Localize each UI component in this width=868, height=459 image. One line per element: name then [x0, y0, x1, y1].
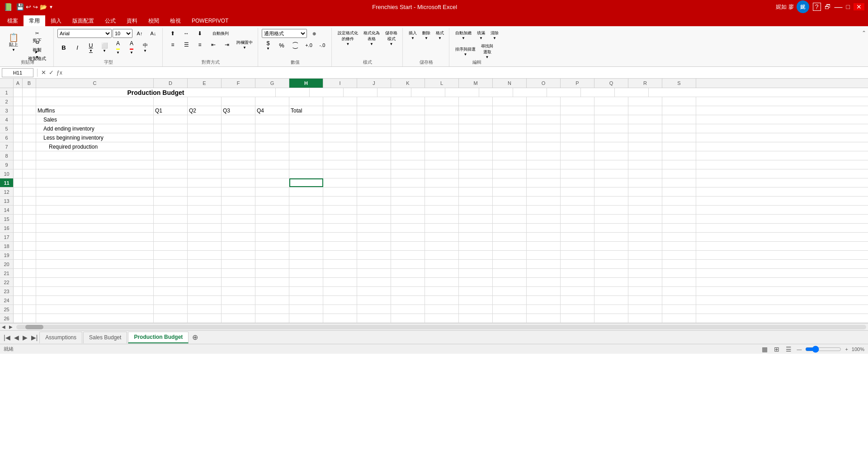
cell-B23[interactable]	[23, 287, 36, 295]
cell-A17[interactable]	[14, 233, 23, 241]
cell-O25[interactable]	[527, 305, 561, 314]
scroll-thumb[interactable]	[25, 325, 43, 329]
cell-P25[interactable]	[561, 305, 594, 314]
cell-B3[interactable]	[23, 106, 36, 115]
cell-A15[interactable]	[14, 215, 23, 223]
cell-G6[interactable]	[255, 133, 289, 142]
cell-G19[interactable]	[255, 251, 289, 259]
cell-L19[interactable]	[425, 251, 459, 259]
bold-button[interactable]: B	[57, 43, 70, 52]
cell-L13[interactable]	[425, 197, 459, 205]
cell-Q4[interactable]	[594, 115, 628, 124]
cell-K25[interactable]	[391, 305, 425, 314]
cell-F23[interactable]	[222, 287, 255, 295]
cell-S23[interactable]	[662, 287, 696, 295]
col-header-G[interactable]: G	[255, 79, 289, 88]
cell-E26[interactable]	[188, 314, 222, 323]
cell-C18[interactable]	[36, 242, 154, 250]
quick-access-dropdown[interactable]: ▼	[49, 5, 53, 9]
cell-M25[interactable]	[459, 305, 493, 314]
cell-C14[interactable]	[36, 206, 154, 214]
cell-L3[interactable]	[425, 106, 459, 115]
comma-button[interactable]: ⁐	[289, 41, 302, 50]
cell-M8[interactable]	[459, 151, 493, 160]
cell-D6[interactable]	[154, 133, 188, 142]
cell-P7[interactable]	[561, 142, 594, 151]
cell-O21[interactable]	[527, 269, 561, 277]
cell-P5[interactable]	[561, 124, 594, 133]
cell-Q1[interactable]	[547, 88, 581, 97]
cell-I7[interactable]	[323, 142, 357, 151]
cell-I21[interactable]	[323, 269, 357, 277]
cell-P6[interactable]	[561, 133, 594, 142]
row-num-24[interactable]: 24	[0, 296, 14, 304]
cell-J25[interactable]	[357, 305, 391, 314]
cell-D13[interactable]	[154, 197, 188, 205]
cell-F16[interactable]	[222, 224, 255, 232]
col-header-F[interactable]: F	[222, 79, 255, 88]
cell-C3[interactable]: Muffins	[36, 106, 154, 115]
cell-D12[interactable]	[154, 187, 188, 196]
row-num-14[interactable]: 14	[0, 206, 14, 214]
cell-O23[interactable]	[527, 287, 561, 295]
cell-H18[interactable]	[289, 242, 323, 250]
cell-N11[interactable]	[493, 178, 527, 187]
cell-M19[interactable]	[459, 251, 493, 259]
cell-J8[interactable]	[357, 151, 391, 160]
wrap-text-button[interactable]: 自動換列	[210, 29, 231, 38]
cell-G7[interactable]	[255, 142, 289, 151]
cell-K14[interactable]	[391, 206, 425, 214]
cell-P4[interactable]	[561, 115, 594, 124]
cell-S6[interactable]	[662, 133, 696, 142]
cell-L21[interactable]	[425, 269, 459, 277]
cell-H15[interactable]	[289, 215, 323, 223]
cell-J23[interactable]	[357, 287, 391, 295]
cell-Q10[interactable]	[594, 169, 628, 178]
col-header-B[interactable]: B	[23, 79, 36, 88]
cell-O12[interactable]	[527, 187, 561, 196]
cell-P22[interactable]	[561, 278, 594, 286]
insert-function-icon[interactable]: ƒx	[57, 70, 62, 76]
cell-A12[interactable]	[14, 187, 23, 196]
cell-E24[interactable]	[188, 296, 222, 304]
row-num-9[interactable]: 9	[0, 160, 14, 169]
page-layout-view-button[interactable]: ⊞	[773, 346, 781, 353]
col-header-O[interactable]: O	[527, 79, 561, 88]
restore-button[interactable]: 🗗	[825, 3, 831, 10]
cell-R13[interactable]	[628, 197, 662, 205]
cell-M11[interactable]	[459, 178, 493, 187]
cell-I4[interactable]	[323, 115, 357, 124]
cell-K9[interactable]	[391, 160, 425, 169]
cell-F10[interactable]	[222, 169, 255, 178]
cell-G23[interactable]	[255, 287, 289, 295]
cell-S17[interactable]	[662, 233, 696, 241]
cell-R25[interactable]	[628, 305, 662, 314]
cell-F14[interactable]	[222, 206, 255, 214]
help-button[interactable]: ?	[813, 3, 821, 11]
cell-J20[interactable]	[357, 260, 391, 268]
cell-Q5[interactable]	[594, 124, 628, 133]
row-num-25[interactable]: 25	[0, 305, 14, 314]
cell-F20[interactable]	[222, 260, 255, 268]
tab-home[interactable]: 常用	[24, 15, 45, 26]
cell-A8[interactable]	[14, 151, 23, 160]
cell-R3[interactable]	[628, 106, 662, 115]
col-header-N[interactable]: N	[493, 79, 527, 88]
cell-E5[interactable]	[188, 124, 222, 133]
cell-G22[interactable]	[255, 278, 289, 286]
cell-E4[interactable]	[188, 115, 222, 124]
cell-B7[interactable]	[23, 142, 36, 151]
cell-F22[interactable]	[222, 278, 255, 286]
scroll-tabs-start[interactable]: |◀	[2, 334, 12, 341]
cell-P23[interactable]	[561, 287, 594, 295]
cell-M16[interactable]	[459, 224, 493, 232]
cell-B5[interactable]	[23, 124, 36, 133]
cell-A11[interactable]	[14, 178, 23, 187]
undo-icon[interactable]: ↩	[26, 3, 31, 10]
cell-S10[interactable]	[662, 169, 696, 178]
row-num-6[interactable]: 6	[0, 133, 14, 142]
cell-P2[interactable]	[561, 97, 594, 106]
cell-R7[interactable]	[628, 142, 662, 151]
col-header-S[interactable]: S	[662, 79, 696, 88]
cell-M21[interactable]	[459, 269, 493, 277]
